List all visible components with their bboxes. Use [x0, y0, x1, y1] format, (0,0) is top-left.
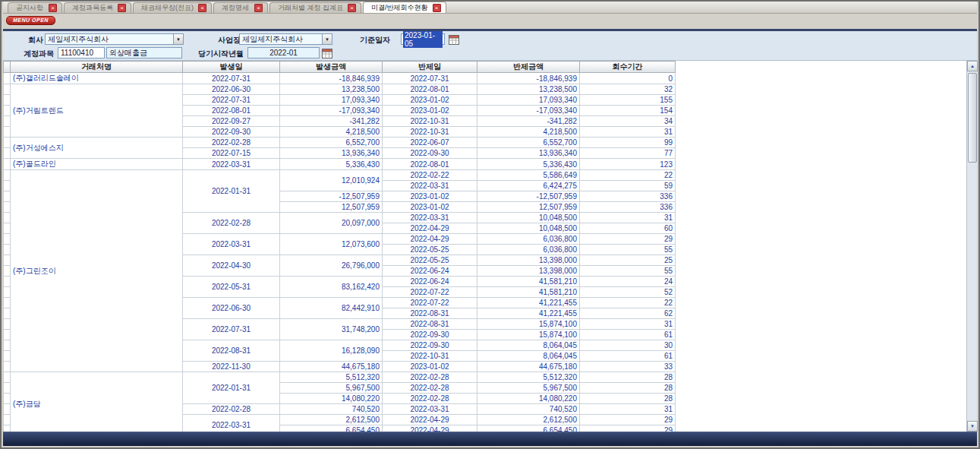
- cell-rd[interactable]: 2022-05-25: [383, 255, 477, 266]
- chevron-down-icon[interactable]: ▼: [322, 34, 332, 44]
- cell-od[interactable]: 2022-01-31: [183, 170, 280, 213]
- close-tab-icon[interactable]: ×: [118, 4, 126, 12]
- cell-rd[interactable]: 2023-01-02: [383, 202, 477, 213]
- cell-ra[interactable]: 41,221,455: [477, 308, 580, 319]
- row-stub[interactable]: [4, 298, 11, 308]
- row-stub[interactable]: [4, 191, 11, 202]
- cell-rd[interactable]: 2022-02-28: [383, 383, 477, 394]
- cell-ra[interactable]: 5,336,430: [477, 159, 580, 170]
- cell-ra[interactable]: 5,967,500: [477, 383, 580, 394]
- cell-ra[interactable]: 740,520: [477, 404, 580, 415]
- cell-od[interactable]: 2022-07-15: [183, 148, 280, 159]
- cell-p[interactable]: 30: [580, 340, 676, 351]
- cell-ra[interactable]: 15,874,100: [477, 319, 580, 330]
- cell-rd[interactable]: 2023-01-02: [383, 95, 477, 106]
- cell-p[interactable]: 29: [580, 415, 676, 425]
- cell-cust[interactable]: (주)거성에스지: [11, 138, 183, 159]
- tab-공지사항[interactable]: 공지사항×: [8, 2, 62, 13]
- row-stub[interactable]: [4, 330, 11, 340]
- cell-oa[interactable]: 6,654,450: [280, 425, 383, 432]
- tab-미결/반제회수현황[interactable]: 미결/반제회수현황×: [363, 2, 446, 13]
- cell-rd[interactable]: 2022-10-31: [383, 351, 477, 362]
- scrollbar-thumb[interactable]: [968, 73, 977, 163]
- cell-rd[interactable]: 2022-04-29: [383, 223, 477, 234]
- row-stub[interactable]: [4, 95, 11, 106]
- cell-p[interactable]: 77: [580, 148, 676, 159]
- row-stub[interactable]: [4, 202, 11, 213]
- cell-ra[interactable]: 6,424,275: [477, 181, 580, 191]
- row-stub[interactable]: [4, 127, 11, 138]
- row-stub[interactable]: [4, 245, 11, 255]
- cell-rd[interactable]: 2023-01-02: [383, 106, 477, 116]
- cell-od[interactable]: 2022-11-30: [183, 362, 280, 372]
- row-stub[interactable]: [4, 425, 11, 432]
- cell-rd[interactable]: 2022-02-28: [383, 394, 477, 404]
- tab-거래처별 계정 집계표[interactable]: 거래처별 계정 집계표×: [269, 2, 361, 13]
- cell-oa[interactable]: 82,442,910: [280, 298, 383, 319]
- col-header-customer[interactable]: 거래처명: [11, 62, 183, 73]
- cell-od[interactable]: 2022-04-30: [183, 255, 280, 277]
- cell-p[interactable]: 28: [580, 394, 676, 404]
- cell-rd[interactable]: 2022-03-31: [383, 181, 477, 191]
- cell-od[interactable]: 2022-02-28: [183, 138, 280, 148]
- cell-p[interactable]: 29: [580, 234, 676, 245]
- row-stub[interactable]: [4, 351, 11, 362]
- cell-p[interactable]: 29: [580, 425, 676, 432]
- cell-p[interactable]: 25: [580, 255, 676, 266]
- cell-oa[interactable]: 26,796,000: [280, 255, 383, 277]
- cell-ra[interactable]: 41,581,210: [477, 277, 580, 287]
- calendar-icon[interactable]: [449, 34, 459, 45]
- cell-p[interactable]: 31: [580, 404, 676, 415]
- close-tab-icon[interactable]: ×: [348, 4, 356, 12]
- row-stub[interactable]: [4, 266, 11, 277]
- cell-oa[interactable]: 12,073,600: [280, 234, 383, 255]
- cell-oa[interactable]: 31,748,200: [280, 319, 383, 340]
- cell-oa[interactable]: -17,093,340: [280, 106, 383, 116]
- cell-rd[interactable]: 2022-09-30: [383, 340, 477, 351]
- cell-p[interactable]: 22: [580, 170, 676, 181]
- cell-od[interactable]: 2022-06-30: [183, 298, 280, 319]
- cell-ra[interactable]: 13,398,000: [477, 266, 580, 277]
- cell-od[interactable]: 2022-07-31: [183, 95, 280, 106]
- cell-rd[interactable]: 2022-05-25: [383, 245, 477, 255]
- cell-ra[interactable]: 15,874,100: [477, 330, 580, 340]
- cell-oa[interactable]: 12,507,959: [280, 202, 383, 213]
- cell-ra[interactable]: 6,036,800: [477, 245, 580, 255]
- cell-p[interactable]: 99: [580, 138, 676, 148]
- cell-p[interactable]: 123: [580, 159, 676, 170]
- tab-계정명세[interactable]: 계정명세×: [213, 2, 268, 13]
- cell-oa[interactable]: 16,128,090: [280, 340, 383, 362]
- cell-cust[interactable]: (주)그린조이: [11, 170, 183, 372]
- cell-od[interactable]: 2022-08-31: [183, 340, 280, 362]
- cell-oa[interactable]: -18,846,939: [280, 73, 383, 84]
- cell-ra[interactable]: 41,221,455: [477, 298, 580, 308]
- row-stub[interactable]: [4, 277, 11, 287]
- cell-p[interactable]: 34: [580, 116, 676, 127]
- cell-p[interactable]: 61: [580, 330, 676, 340]
- cell-oa[interactable]: 13,238,500: [280, 84, 383, 95]
- row-stub[interactable]: [4, 106, 11, 116]
- row-stub[interactable]: [4, 73, 11, 84]
- cell-rd[interactable]: 2023-01-02: [383, 191, 477, 202]
- cell-rd[interactable]: 2022-06-24: [383, 277, 477, 287]
- cell-p[interactable]: 28: [580, 383, 676, 394]
- cell-rd[interactable]: 2022-07-22: [383, 287, 477, 298]
- cell-p[interactable]: 60: [580, 223, 676, 234]
- cell-p[interactable]: 24: [580, 277, 676, 287]
- cell-rd[interactable]: 2023-01-02: [383, 362, 477, 372]
- col-header-settle-date[interactable]: 반제일: [383, 62, 477, 73]
- cell-ra[interactable]: 10,048,500: [477, 213, 580, 223]
- cell-od[interactable]: 2022-03-31: [183, 159, 280, 170]
- cell-ra[interactable]: -12,507,959: [477, 191, 580, 202]
- cell-oa[interactable]: 5,336,430: [280, 159, 383, 170]
- cell-ra[interactable]: 13,936,340: [477, 148, 580, 159]
- cell-p[interactable]: 22: [580, 298, 676, 308]
- cell-p[interactable]: 55: [580, 245, 676, 255]
- cell-p[interactable]: 62: [580, 308, 676, 319]
- cell-rd[interactable]: 2022-07-22: [383, 298, 477, 308]
- cell-ra[interactable]: 12,507,959: [477, 202, 580, 213]
- row-stub[interactable]: [4, 170, 11, 181]
- cell-od[interactable]: 2022-09-30: [183, 127, 280, 138]
- scrollbar-up-icon[interactable]: ▲: [967, 61, 978, 71]
- row-stub[interactable]: [4, 255, 11, 266]
